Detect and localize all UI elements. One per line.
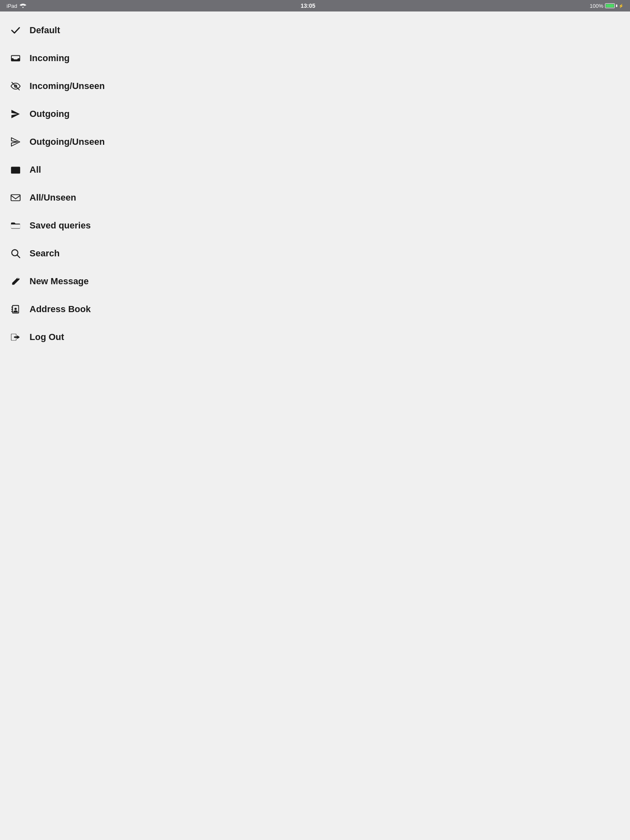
menu-container: Default Incoming Incoming/Unseen Outgoin… [0, 11, 630, 356]
menu-label-saved-queries: Saved queries [30, 220, 91, 231]
search-icon [8, 246, 23, 261]
menu-label-incoming-unseen: Incoming/Unseen [30, 81, 105, 91]
menu-label-log-out: Log Out [30, 332, 64, 342]
svg-rect-2 [11, 195, 20, 201]
send-icon [8, 107, 23, 121]
menu-item-default[interactable]: Default [0, 16, 630, 44]
menu-item-all[interactable]: All [0, 156, 630, 184]
menu-item-saved-queries[interactable]: Saved queries [0, 212, 630, 240]
menu-label-new-message: New Message [30, 276, 89, 287]
menu-label-default: Default [30, 25, 60, 36]
check-icon [8, 23, 23, 38]
menu-item-new-message[interactable]: New Message [0, 267, 630, 295]
menu-item-address-book[interactable]: Address Book [0, 295, 630, 323]
menu-item-outgoing-unseen[interactable]: Outgoing/Unseen [0, 128, 630, 156]
menu-label-search: Search [30, 248, 59, 259]
menu-label-outgoing-unseen: Outgoing/Unseen [30, 137, 105, 147]
logout-icon [8, 330, 23, 345]
wifi-icon [20, 3, 26, 9]
menu-label-address-book: Address Book [30, 304, 91, 315]
menu-label-outgoing: Outgoing [30, 109, 70, 119]
menu-label-incoming: Incoming [30, 53, 70, 64]
svg-line-4 [17, 255, 20, 258]
svg-rect-8 [11, 311, 13, 312]
device-label: iPad [7, 3, 17, 9]
status-time: 13:05 [301, 2, 315, 9]
battery-icon: ⚡ [605, 3, 623, 8]
svg-rect-6 [11, 307, 13, 308]
svg-point-3 [12, 250, 18, 256]
menu-label-all-unseen: All/Unseen [30, 192, 76, 203]
menu-item-incoming-unseen[interactable]: Incoming/Unseen [0, 72, 630, 100]
inbox-icon [8, 51, 23, 66]
address-book-icon [8, 302, 23, 317]
battery-percent: 100% [590, 3, 603, 9]
status-left: iPad [7, 3, 26, 9]
svg-point-10 [14, 308, 17, 310]
eye-slash-icon [8, 79, 23, 94]
menu-item-outgoing[interactable]: Outgoing [0, 100, 630, 128]
menu-item-incoming[interactable]: Incoming [0, 44, 630, 72]
pencil-icon [8, 274, 23, 289]
menu-label-all: All [30, 164, 41, 175]
folder-icon [8, 218, 23, 233]
envelope-filled-icon [8, 162, 23, 177]
svg-rect-7 [11, 309, 13, 310]
status-bar: iPad 13:05 100% ⚡ [0, 0, 630, 11]
menu-item-search[interactable]: Search [0, 240, 630, 267]
status-right: 100% ⚡ [590, 3, 623, 9]
send-outline-icon [8, 135, 23, 149]
envelope-outline-icon [8, 190, 23, 205]
menu-item-all-unseen[interactable]: All/Unseen [0, 184, 630, 212]
menu-item-log-out[interactable]: Log Out [0, 323, 630, 351]
